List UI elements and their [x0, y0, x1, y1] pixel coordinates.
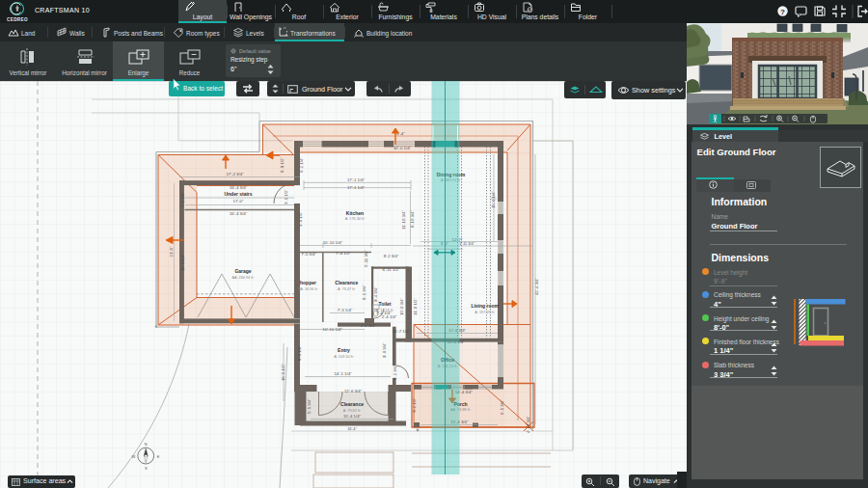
- svg-text:7'-3 1/4": 7'-3 1/4": [338, 308, 353, 312]
- svg-text:17'-0": 17'-0": [233, 199, 244, 203]
- svg-text:10'-3 1/4": 10'-3 1/4": [180, 253, 185, 271]
- svg-text:15'-4 1/4": 15'-4 1/4": [343, 414, 362, 419]
- svg-text:7'-4 1/2": 7'-4 1/2": [336, 251, 351, 256]
- svg-text:8'-10 3/4": 8'-10 3/4": [410, 209, 415, 228]
- svg-text:?: ?: [780, 8, 785, 16]
- svg-text:42'-4 3/4": 42'-4 3/4": [534, 277, 539, 295]
- svg-text:CEDREO: CEDREO: [7, 17, 28, 22]
- svg-text:3A: 34.96 ft²: 3A: 34.96 ft²: [298, 287, 318, 291]
- svg-text:A: 176.34 ft²: A: 176.34 ft²: [345, 217, 366, 221]
- svg-text:14'-1 1/4": 14'-1 1/4": [334, 371, 352, 376]
- svg-text:5'-11 3/4": 5'-11 3/4": [364, 250, 368, 267]
- svg-text:8'-2 3/4": 8'-2 3/4": [384, 254, 399, 258]
- svg-text:9'-4 3/4": 9'-4 3/4": [373, 286, 378, 302]
- svg-text:10'-10 1/4": 10'-10 1/4": [323, 240, 343, 245]
- svg-text:hopper: hopper: [300, 280, 316, 285]
- svg-text:16'-4 3/4": 16'-4 3/4": [230, 185, 248, 190]
- svg-text:10'-0 3/4": 10'-0 3/4": [399, 297, 404, 315]
- svg-text:Living room: Living room: [471, 303, 499, 309]
- svg-text:A: 103.50 ft²: A: 103.50 ft²: [334, 355, 354, 359]
- svg-text:7'-5 1/4": 7'-5 1/4": [180, 192, 185, 207]
- svg-text:16'-4 3/4": 16'-4 3/4": [230, 211, 248, 216]
- svg-text:Under stairs: Under stairs: [224, 191, 252, 197]
- svg-text:6'-11 1/2": 6'-11 1/2": [383, 267, 400, 272]
- svg-text:Kitchen: Kitchen: [346, 210, 364, 216]
- svg-text:6'-5 3/4": 6'-5 3/4": [500, 399, 504, 415]
- svg-text:1'-11 3/4": 1'-11 3/4": [459, 242, 475, 246]
- svg-text:16'-7 1/4": 16'-7 1/4": [393, 329, 411, 334]
- svg-text:15'-0 1/4": 15'-0 1/4": [491, 190, 496, 208]
- svg-text:Clearance: Clearance: [335, 280, 358, 285]
- svg-text:8'-9 1/2": 8'-9 1/2": [280, 157, 285, 173]
- svg-text:7'-5 3/4": 7'-5 3/4": [301, 252, 316, 257]
- svg-text:17'-2 3/4": 17'-2 3/4": [226, 172, 244, 176]
- svg-text:8'-5 1/4": 8'-5 1/4": [297, 345, 302, 361]
- svg-text:5'-5 3/4": 5'-5 3/4": [307, 398, 312, 414]
- svg-text:3'-6 1/2": 3'-6 1/2": [298, 211, 303, 227]
- svg-text:17'-1 1/4": 17'-1 1/4": [347, 185, 366, 190]
- svg-text:A: 73.47 ft²: A: 73.47 ft²: [338, 287, 356, 291]
- svg-text:Garage: Garage: [234, 268, 251, 274]
- svg-text:32'-0 1/4": 32'-0 1/4": [393, 146, 412, 150]
- svg-text:4'-10 3/4": 4'-10 3/4": [526, 415, 530, 433]
- svg-text:E: E: [157, 454, 160, 459]
- svg-text:A: 197.29 ft²: A: 197.29 ft²: [475, 311, 495, 314]
- svg-text:17'-1 1/4": 17'-1 1/4": [347, 177, 366, 182]
- svg-text:12'-6 3/4": 12'-6 3/4": [344, 389, 363, 393]
- svg-text:2'-4 1/4": 2'-4 1/4": [382, 314, 397, 319]
- svg-text:Clearance: Clearance: [340, 401, 364, 407]
- svg-text:3'-1 1/2": 3'-1 1/2": [284, 189, 288, 204]
- svg-text:8'-1 3/4": 8'-1 3/4": [362, 285, 366, 300]
- svg-text:9'-0 3/4": 9'-0 3/4": [382, 342, 387, 358]
- svg-text:16'-4": 16'-4": [347, 427, 357, 431]
- svg-text:11'-10 3/4": 11'-10 3/4": [401, 209, 406, 230]
- svg-text:W: W: [132, 454, 136, 459]
- svg-text:A: 79.82 ft²: A: 79.82 ft²: [343, 409, 362, 413]
- svg-text:21'-8": 21'-8": [169, 246, 174, 257]
- svg-text:Toilet: Toilet: [379, 301, 392, 307]
- svg-text:18'-5 1/2": 18'-5 1/2": [281, 363, 285, 381]
- svg-text:Entry: Entry: [338, 347, 350, 353]
- svg-text:11'-0 1/2": 11'-0 1/2": [413, 298, 418, 315]
- svg-text:AA: 266.94 ft²: AA: 266.94 ft²: [231, 276, 255, 280]
- svg-text:A: 16.16 ft²: A: 16.16 ft²: [376, 309, 394, 312]
- svg-text:9'-2 1/2": 9'-2 1/2": [412, 397, 417, 413]
- svg-text:10'-10 1/4": 10'-10 1/4": [323, 327, 343, 332]
- svg-text:9'-2 3/4": 9'-2 3/4": [393, 365, 397, 380]
- svg-text:N: N: [145, 442, 148, 447]
- svg-text:6'-2 1/4": 6'-2 1/4": [299, 157, 304, 173]
- svg-text:2'-2 3/4": 2'-2 3/4": [361, 323, 376, 328]
- svg-text:S: S: [145, 466, 148, 471]
